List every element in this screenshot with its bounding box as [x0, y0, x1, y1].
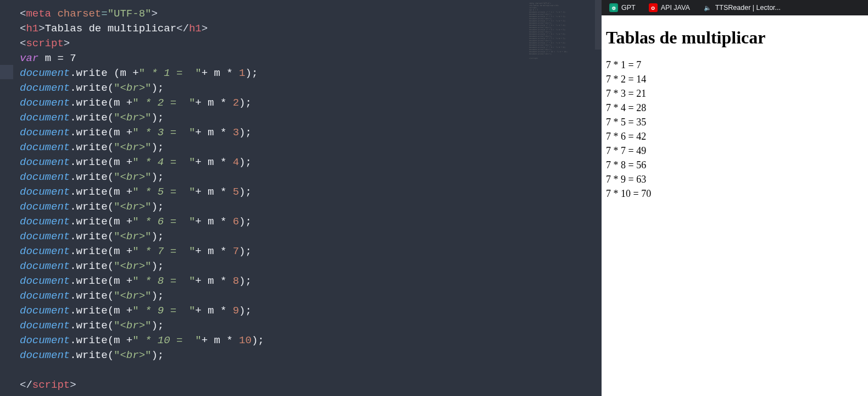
code-line-br: document.write("<br>");: [20, 140, 602, 155]
preview-body: Tablas de multiplicar 7 * 1 = 77 * 2 = 1…: [602, 15, 868, 201]
output-line: 7 * 10 = 70: [606, 186, 864, 201]
bookmark-item[interactable]: ⌾GPT: [606, 2, 639, 13]
editor-gutter: [0, 0, 13, 396]
bookmark-icon: o: [649, 3, 658, 12]
output-line: 7 * 6 = 42: [606, 129, 864, 144]
output-line: 7 * 5 = 35: [606, 115, 864, 129]
code-content[interactable]: <meta charset="UTF-8"> <h1>Tablas de mul…: [20, 7, 602, 393]
code-line-write: document.write(m +" * 2 = "+ m * 2);: [20, 96, 602, 111]
bookmark-label: TTSReader | Lector...: [715, 4, 781, 12]
bookmark-label: API JAVA: [661, 4, 690, 12]
scrollbar-thumb[interactable]: [595, 0, 602, 50]
browser-preview-pane: ⌾GPToAPI JAVA🔈TTSReader | Lector... Tabl…: [602, 0, 868, 396]
code-line-write: document.write (m +" * 1 = "+ m * 1);: [20, 66, 602, 81]
code-editor-pane[interactable]: <meta charset="UTF-8"> <h1>Tablas de mul…: [0, 0, 602, 396]
code-line-br: document.write("<br>");: [20, 259, 602, 274]
preview-heading: Tablas de multiplicar: [606, 28, 864, 48]
code-line-br: document.write("<br>");: [20, 348, 602, 363]
bookmarks-bar[interactable]: ⌾GPToAPI JAVA🔈TTSReader | Lector...: [602, 0, 868, 15]
bookmark-icon: 🔈: [703, 3, 712, 12]
bookmark-label: GPT: [621, 4, 636, 12]
code-line-br: document.write("<br>");: [20, 289, 602, 304]
h1-text: Tablas de multiplicar: [45, 23, 176, 35]
gutter-highlight: [0, 65, 13, 79]
output-line: 7 * 4 = 28: [606, 101, 864, 115]
code-line-write: document.write(m +" * 9 = "+ m * 9);: [20, 304, 602, 318]
meta-charset-value: UTF-8: [114, 8, 145, 20]
bookmark-item[interactable]: oAPI JAVA: [646, 2, 693, 13]
code-line-write: document.write(m +" * 5 = "+ m * 5);: [20, 185, 602, 200]
output-line: 7 * 9 = 63: [606, 172, 864, 186]
bookmark-item[interactable]: 🔈TTSReader | Lector...: [700, 2, 784, 13]
var-declaration: m = 7: [45, 52, 76, 64]
scrollbar-track[interactable]: [595, 0, 602, 396]
bookmark-icon: ⌾: [609, 3, 618, 12]
code-line-write: document.write(m +" * 7 = "+ m * 7);: [20, 244, 602, 259]
output-line: 7 * 1 = 7: [606, 58, 864, 72]
output-line: 7 * 3 = 21: [606, 86, 864, 101]
code-line-write: document.write(m +" * 3 = "+ m * 3);: [20, 125, 602, 140]
code-line-write: document.write(m +" * 10 = "+ m * 10);: [20, 333, 602, 348]
code-line-br: document.write("<br>");: [20, 200, 602, 215]
code-line-br: document.write("<br>");: [20, 229, 602, 244]
code-line-br: document.write("<br>");: [20, 170, 602, 185]
code-line-br: document.write("<br>");: [20, 318, 602, 333]
output-line: 7 * 2 = 14: [606, 72, 864, 86]
output-line: 7 * 8 = 56: [606, 158, 864, 172]
code-line-write: document.write(m +" * 6 = "+ m * 6);: [20, 215, 602, 229]
code-line-br: document.write("<br>");: [20, 81, 602, 96]
code-line-write: document.write(m +" * 8 = "+ m * 8);: [20, 274, 602, 289]
output-line: 7 * 7 = 49: [606, 144, 864, 158]
code-line-br: document.write("<br>");: [20, 111, 602, 125]
code-line-write: document.write(m +" * 4 = "+ m * 4);: [20, 155, 602, 170]
